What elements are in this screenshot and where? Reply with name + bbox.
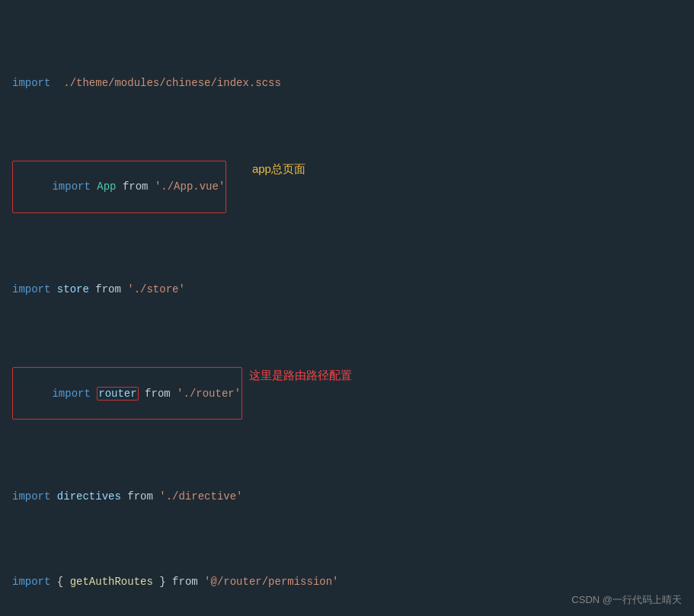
watermark: CSDN @一行代码上晴天 [571, 592, 682, 608]
code-editor: import ./theme/modules/chinese/index.scs… [0, 0, 694, 616]
annotation-app: app总页面 [252, 160, 305, 178]
highlight-import-app: import App from './App.vue' [12, 161, 226, 213]
highlight-import-router: import router from './router' [12, 367, 242, 420]
highlight-router-word: router [97, 387, 138, 401]
code-line-import-directives: import directives from './directive' [12, 488, 682, 505]
code-line-import-app: import App from './App.vue' app总页面 [12, 160, 682, 213]
annotation-router: 这里是路由路径配置 [249, 366, 352, 385]
code-line-import-router: import router from './router' 这里是路由路径配置 [12, 366, 682, 420]
code-line-import-getauthroutes: import { getAuthRoutes } from '@/router/… [12, 573, 682, 590]
keyword-import: import [12, 75, 50, 91]
code-line-import-store: import store from './store' [12, 281, 682, 298]
code-line: import ./theme/modules/chinese/index.scs… [12, 75, 682, 91]
